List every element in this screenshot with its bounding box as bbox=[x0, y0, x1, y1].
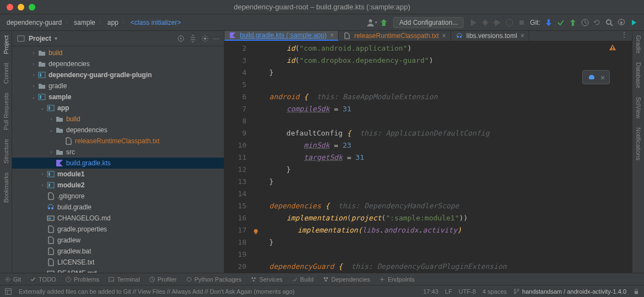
tree-item-releaseruntimeclasspath-txt[interactable]: releaseRuntimeClasspath.txt bbox=[12, 136, 224, 147]
editor-tab-releaseruntimeclasspath-txt[interactable]: releaseRuntimeClasspath.txt× bbox=[339, 31, 450, 41]
right-tab-sciview[interactable]: SciView bbox=[634, 93, 643, 123]
expand-all-icon[interactable] bbox=[189, 34, 197, 43]
tree-item-license-txt[interactable]: LICENSE.txt bbox=[12, 257, 224, 268]
left-tab-bookmarks[interactable]: Bookmarks bbox=[2, 168, 10, 207]
status-message[interactable]: Externally added files can be added to G… bbox=[19, 288, 294, 295]
tree-item-changelog-md[interactable]: CHANGELOG.md bbox=[12, 213, 224, 224]
bottom-tab-todo[interactable]: TODO bbox=[25, 276, 61, 283]
tree-item-module2[interactable]: ›module2 bbox=[12, 180, 224, 191]
stop-icon[interactable] bbox=[516, 17, 528, 29]
svg-rect-31 bbox=[255, 233, 257, 234]
close-tab-icon[interactable]: × bbox=[330, 31, 334, 39]
tree-item-app[interactable]: ⌄app bbox=[12, 102, 224, 114]
lock-icon[interactable] bbox=[633, 288, 640, 295]
bottom-tab-git[interactable]: Git bbox=[0, 276, 25, 283]
gear-icon[interactable] bbox=[201, 34, 210, 43]
run-config-selector[interactable]: Add Configuration... bbox=[393, 17, 464, 28]
tree-item-src[interactable]: ›src bbox=[12, 147, 224, 158]
project-title[interactable]: Project bbox=[29, 35, 51, 42]
vcs-commit-icon[interactable] bbox=[555, 17, 567, 29]
right-tab-gradle[interactable]: Gradle bbox=[634, 31, 643, 58]
ide-run-icon[interactable] bbox=[627, 17, 640, 29]
breadcrumb-root[interactable]: dependency-guard bbox=[4, 18, 64, 28]
vcs-update-icon[interactable] bbox=[543, 17, 555, 29]
tree-item-sample[interactable]: ⌄sample bbox=[12, 91, 224, 102]
bottom-tab-endpoints[interactable]: Endpoints bbox=[374, 276, 419, 283]
bottom-tab-problems[interactable]: Problems bbox=[61, 276, 104, 283]
coverage-icon[interactable] bbox=[491, 17, 503, 29]
close-tab-icon[interactable]: × bbox=[520, 32, 524, 40]
bottom-tab-dependencies[interactable]: Dependencies bbox=[318, 276, 374, 283]
search-icon[interactable] bbox=[603, 17, 615, 29]
gradle-sync-toolbar[interactable]: ✕ bbox=[582, 70, 610, 84]
tree-item-build-gradle[interactable]: build.gradle bbox=[12, 202, 224, 213]
left-tab-project[interactable]: Project bbox=[2, 31, 10, 58]
history-icon[interactable] bbox=[579, 17, 591, 29]
gradle-elephant-icon[interactable] bbox=[587, 73, 596, 82]
settings-icon[interactable] bbox=[615, 17, 627, 29]
bottom-tab-services[interactable]: Services bbox=[246, 276, 287, 283]
intention-bulb-icon[interactable] bbox=[252, 227, 260, 235]
breadcrumb-p1[interactable]: sample bbox=[72, 18, 98, 28]
tree-item-gradlew-bat[interactable]: gradlew.bat bbox=[12, 246, 224, 257]
editor-tabs: build.gradle.kts (:sample:app)×releaseRu… bbox=[224, 31, 632, 41]
tree-item-build[interactable]: ›build bbox=[12, 114, 224, 125]
tree-item-gradle[interactable]: ›gradle bbox=[12, 80, 224, 91]
vcs-push-icon[interactable] bbox=[567, 17, 579, 29]
svg-point-0 bbox=[369, 19, 372, 23]
run-icon[interactable] bbox=[467, 17, 479, 29]
editor-tab-build-gradle-kts-sample-app-[interactable]: build.gradle.kts (:sample:app)× bbox=[224, 31, 339, 41]
tool-windows-icon[interactable] bbox=[4, 288, 12, 295]
build-icon[interactable] bbox=[378, 17, 390, 29]
tree-item-dependencies[interactable]: ⌄dependencies bbox=[12, 125, 224, 136]
close-tab-icon[interactable]: × bbox=[442, 32, 446, 40]
git-branch-widget[interactable]: handstandsam / androidx-activity-1.4.0 bbox=[513, 288, 626, 295]
code-content[interactable]: ✕ id("com.android.application") id("com.… bbox=[252, 41, 632, 273]
breadcrumb[interactable]: dependency-guard〉 sample〉 app〉 <class in… bbox=[4, 18, 183, 28]
tree-item-dependency-guard-gradle-plugin[interactable]: ›dependency-guard-gradle-plugin bbox=[12, 69, 224, 80]
select-opened-file-icon[interactable] bbox=[176, 34, 185, 43]
left-tab-commit[interactable]: Commit bbox=[2, 58, 10, 88]
indent-setting[interactable]: 4 spaces bbox=[482, 288, 507, 295]
tree-item-gradlew[interactable]: gradlew bbox=[12, 235, 224, 246]
debug-icon[interactable] bbox=[479, 17, 491, 29]
line-number-gutter[interactable]: 234567891011121314151617181920 bbox=[224, 41, 252, 273]
status-bar: Externally added files can be added to G… bbox=[0, 285, 644, 297]
bottom-tab-profiler[interactable]: Profiler bbox=[144, 276, 181, 283]
code-editor[interactable]: 234567891011121314151617181920 ✕ id("com… bbox=[224, 41, 632, 273]
editor-tab-libs-versions-toml[interactable]: libs.versions.toml× bbox=[451, 31, 529, 41]
svg-rect-48 bbox=[635, 291, 638, 294]
tree-item-module1[interactable]: ›module1 bbox=[12, 169, 224, 180]
tree-item-readme-md[interactable]: README.md bbox=[12, 268, 224, 273]
right-tab-notifications[interactable]: Notifications bbox=[634, 123, 643, 165]
line-separator[interactable]: LF bbox=[445, 288, 452, 295]
bottom-tab-build[interactable]: Build bbox=[287, 276, 318, 283]
bottom-tool-tabs: GitTODOProblemsTerminalProfilerPython Pa… bbox=[0, 273, 644, 285]
svg-rect-4 bbox=[519, 20, 524, 25]
close-icon[interactable]: ✕ bbox=[600, 73, 605, 82]
tree-item-gradle-properties[interactable]: gradle.properties bbox=[12, 224, 224, 235]
svg-rect-20 bbox=[47, 182, 54, 188]
bottom-tab-python-packages[interactable]: Python Packages bbox=[181, 276, 246, 283]
project-tree[interactable]: ›build›dependencies›dependency-guard-gra… bbox=[12, 46, 224, 273]
left-tab-pull-requests[interactable]: Pull Requests bbox=[2, 88, 10, 134]
profile-icon[interactable] bbox=[503, 17, 516, 29]
tabs-more-icon[interactable]: ⋮ bbox=[616, 31, 632, 41]
bottom-tab-terminal[interactable]: Terminal bbox=[104, 276, 144, 283]
svg-point-7 bbox=[620, 21, 622, 24]
user-icon[interactable]: ▾ bbox=[366, 17, 378, 29]
left-tab-structure[interactable]: Structure bbox=[2, 134, 10, 168]
file-encoding[interactable]: UTF-8 bbox=[459, 288, 476, 295]
tree-item-build[interactable]: ›build bbox=[12, 47, 224, 58]
cursor-position[interactable]: 17:43 bbox=[423, 288, 438, 295]
right-tab-database[interactable]: Database bbox=[634, 58, 643, 93]
tree-item-build-gradle-kts[interactable]: build.gradle.kts bbox=[12, 158, 224, 169]
tree-item--gitignore[interactable]: .gitignore bbox=[12, 191, 224, 202]
breadcrumb-initializer[interactable]: <class initializer> bbox=[128, 18, 183, 28]
breadcrumb-p2[interactable]: app bbox=[105, 18, 121, 28]
tree-item-dependencies[interactable]: ›dependencies bbox=[12, 58, 224, 69]
warning-indicator-icon[interactable] bbox=[609, 44, 616, 53]
project-view-dropdown-icon[interactable]: ▾ bbox=[55, 35, 57, 41]
svg-rect-12 bbox=[39, 72, 45, 78]
rollback-icon[interactable] bbox=[591, 17, 603, 29]
